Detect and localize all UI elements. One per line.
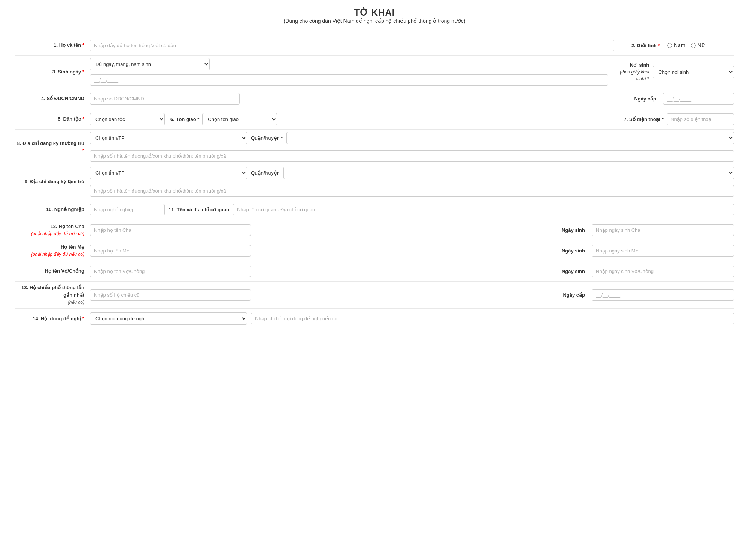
body-sinh-ngay: Đủ ngày, tháng, năm sinh	[90, 58, 608, 86]
label-ho-chieu-cu: 13. Hộ chiếu phổ thông lần gần nhất (nếu…	[15, 284, 90, 306]
label-dia-chi-tam-tru: 9. Địa chỉ đăng ký tạm trú	[15, 178, 90, 185]
input-ngay-sinh-vo-chong[interactable]	[592, 266, 734, 277]
input-co-quan[interactable]	[233, 204, 734, 215]
body-ho-ten-cha	[90, 224, 539, 236]
input-ho-chieu-cu[interactable]	[90, 289, 251, 301]
row-ho-ten-me: Họ tên Mẹ (phải nhập đầy đủ nếu có) Ngày…	[15, 240, 734, 261]
label-nghe-nghiep: 10. Nghề nghiệp	[15, 206, 90, 213]
row-ho-ten-cha: 12. Họ tên Cha (phải nhập đầy đủ nếu có)…	[15, 220, 734, 240]
radio-nam[interactable]: Nam	[667, 42, 685, 48]
select-quan-huyen-tam[interactable]	[283, 167, 734, 179]
input-ho-va-ten[interactable]	[90, 40, 614, 51]
radio-nam-input[interactable]	[667, 43, 672, 48]
label-noi-sinh: Nơi sinh (theo giấy khai sinh) *	[619, 62, 649, 82]
label-ngay-cap-cmnd: Ngày cấp	[622, 96, 659, 102]
row-sinh-ngay: 3. Sinh ngày * Đủ ngày, tháng, năm sinh …	[15, 56, 734, 88]
label-so-ddcn: 4. Số ĐDCN/CMND	[15, 95, 90, 102]
row-ho-va-ten: 1. Họ và tên * 2. Giới tính * Nam Nữ	[15, 35, 734, 56]
label-quan-huyen-tam: Quận/huyện	[251, 170, 280, 176]
row-nghe-nghiep: 10. Nghề nghiệp 11. Tên và địa chỉ cơ qu…	[15, 199, 734, 220]
row-dia-chi-thuong-tru: 8. Địa chỉ đăng ký thường trú * Chọn tỉn…	[15, 130, 734, 164]
body-ho-va-ten	[90, 40, 614, 51]
input-nghe-nghiep[interactable]	[90, 204, 165, 215]
label-dan-toc: 5. Dân tộc *	[15, 115, 90, 123]
input-so-dien-thoai[interactable]	[667, 113, 734, 125]
body-so-ddcn	[90, 93, 610, 105]
radio-nu[interactable]: Nữ	[691, 42, 705, 48]
select-quan-huyen-thuong[interactable]	[286, 132, 734, 144]
input-ngay-cap-cmnd[interactable]	[663, 93, 734, 105]
label-ho-va-ten: 1. Họ và tên *	[15, 42, 90, 49]
select-noi-sinh[interactable]: Chọn nơi sinh	[653, 66, 734, 78]
label-ho-ten-vo-chong: Họ tên Vợ/Chồng	[15, 267, 90, 275]
gioi-tinh-group: Nam Nữ	[667, 42, 705, 48]
page-title: TỜ KHAI	[15, 7, 734, 18]
body-dan-toc: Chọn dân tộc 6. Tôn giáo * Chọn tôn giáo…	[90, 113, 734, 125]
label-sinh-ngay: 3. Sinh ngày *	[15, 68, 90, 76]
input-ho-ten-cha[interactable]	[90, 224, 251, 236]
label-ngay-sinh-me: Ngày sinh	[551, 248, 588, 254]
input-date-sinh[interactable]	[90, 74, 608, 86]
label-quan-huyen-thuong: Quận/huyện *	[251, 135, 283, 141]
row-so-ddcn: 4. Số ĐDCN/CMND Ngày cấp	[15, 88, 734, 109]
body-ho-ten-me	[90, 245, 539, 257]
label-noi-dung-de-nghi: 14. Nội dung đề nghị *	[15, 315, 90, 323]
select-tinh-thuong-tru[interactable]: Chọn tỉnh/TP	[90, 132, 247, 144]
select-ton-giao[interactable]: Chọn tôn giáo	[202, 113, 277, 125]
label-so-dien-thoai: 7. Số điện thoại *	[624, 116, 664, 122]
input-street-thuong[interactable]	[90, 150, 734, 162]
label-ngay-sinh-vo-chong: Ngày sinh	[551, 269, 588, 274]
row-dan-toc: 5. Dân tộc * Chọn dân tộc 6. Tôn giáo * …	[15, 109, 734, 130]
label-dia-chi-thuong-tru: 8. Địa chỉ đăng ký thường trú *	[15, 140, 90, 154]
label-ho-ten-cha: 12. Họ tên Cha (phải nhập đầy đủ nếu có)	[15, 223, 90, 237]
label-co-quan: 11. Tên và địa chỉ cơ quan	[169, 207, 229, 212]
row-dia-chi-tam-tru: 9. Địa chỉ đăng ký tạm trú Chọn tỉnh/TP …	[15, 164, 734, 199]
input-street-tam[interactable]	[90, 185, 734, 197]
input-ho-ten-me[interactable]	[90, 245, 251, 257]
body-noi-dung-de-nghi: Chọn nội dung đề nghị	[90, 312, 734, 325]
body-ho-chieu-cu	[90, 289, 539, 301]
radio-nu-input[interactable]	[691, 43, 696, 48]
label-ngay-sinh-cha: Ngày sinh	[551, 227, 588, 233]
input-ho-ten-vo-chong[interactable]	[90, 266, 251, 277]
row-noi-dung-de-nghi: 14. Nội dung đề nghị * Chọn nội dung đề …	[15, 309, 734, 329]
input-ngay-sinh-cha[interactable]	[592, 224, 734, 236]
label-ngay-cap-hc: Ngày cấp	[551, 292, 588, 298]
input-ngay-sinh-me[interactable]	[592, 245, 734, 257]
label-ho-ten-me: Họ tên Mẹ (phải nhập đầy đủ nếu có)	[15, 243, 90, 258]
page-subtitle: (Dùng cho công dân Việt Nam để nghị cấp …	[15, 18, 734, 24]
body-dia-chi-tam-tru: Chọn tỉnh/TP Quận/huyện	[90, 167, 734, 197]
select-sinh-ngay[interactable]: Đủ ngày, tháng, năm sinh	[90, 58, 210, 70]
body-nghe-nghiep: 11. Tên và địa chỉ cơ quan	[90, 204, 734, 215]
input-so-ddcn[interactable]	[90, 93, 240, 105]
row-ho-ten-vo-chong: Họ tên Vợ/Chồng Ngày sinh	[15, 261, 734, 282]
select-noi-dung-de-nghi[interactable]: Chọn nội dung đề nghị	[90, 312, 247, 325]
input-chi-tiet-de-nghi[interactable]	[251, 313, 734, 324]
select-tinh-tam-tru[interactable]: Chọn tỉnh/TP	[90, 167, 247, 179]
label-ton-giao: 6. Tôn giáo *	[170, 116, 199, 122]
select-dan-toc[interactable]: Chọn dân tộc	[90, 113, 165, 125]
body-ho-ten-vo-chong	[90, 266, 539, 277]
body-dia-chi-thuong-tru: Chọn tỉnh/TP Quận/huyện *	[90, 132, 734, 162]
row-ho-chieu-cu: 13. Hộ chiếu phổ thông lần gần nhất (nếu…	[15, 282, 734, 309]
input-ngay-cap-hc[interactable]	[592, 289, 734, 301]
label-gioi-tinh: 2. Giới tính *	[625, 43, 663, 48]
